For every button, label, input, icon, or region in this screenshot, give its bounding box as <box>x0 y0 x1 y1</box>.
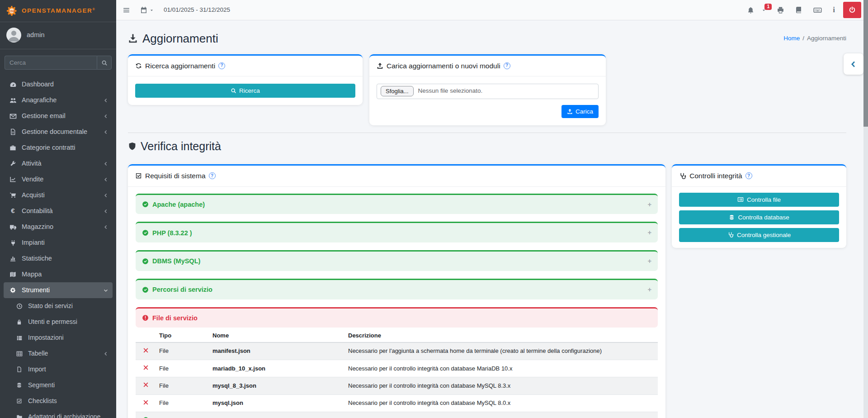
controlla-database-button[interactable]: Controlla database <box>679 210 839 224</box>
caret-down-icon <box>150 8 154 12</box>
book-icon <box>795 6 802 14</box>
plus-icon[interactable]: + <box>647 285 651 294</box>
calendar-button[interactable] <box>140 6 154 14</box>
folder-icon <box>14 414 24 418</box>
question-circle-icon[interactable]: ? <box>504 62 510 69</box>
upload-updates-body: Sfoglia... Nessun file selezionato. Cari… <box>369 76 606 125</box>
sidebar-item-categorie-contratti[interactable]: Categorie contratti <box>4 140 113 156</box>
sidebar-item-stato-dei-servizi[interactable]: Stato dei servizi <box>4 298 113 314</box>
sidebar-item-anagrafiche[interactable]: Anagrafiche <box>4 92 113 108</box>
section-divider <box>128 133 846 133</box>
shortcuts-button[interactable] <box>813 6 822 14</box>
check-dbms[interactable]: DBMS (MySQL) + <box>136 250 658 271</box>
controlla-file-button[interactable]: Controlla file <box>679 193 839 207</box>
sidebar-item-checklists[interactable]: Checklists <box>4 393 113 409</box>
integrity-row: Requisiti di sistema ? Apache (apache) +… <box>128 164 846 418</box>
envelope-icon <box>8 113 18 120</box>
notifications-button[interactable]: 1 <box>747 6 766 14</box>
printer-icon <box>777 6 784 14</box>
plus-icon[interactable]: + <box>647 228 651 237</box>
sidebar-item-mappa[interactable]: Mappa <box>4 266 113 282</box>
database-icon <box>729 214 735 220</box>
sidebar-item-acquisti[interactable]: Acquisti <box>4 187 113 203</box>
keyboard-icon <box>813 6 822 14</box>
browse-button[interactable]: Sfoglia... <box>381 86 414 96</box>
ricerca-button[interactable]: Ricerca <box>135 84 355 98</box>
search-input[interactable] <box>5 56 97 70</box>
plus-icon[interactable]: + <box>647 257 651 266</box>
sidebar-item-contabilita[interactable]: € Contabilità <box>4 203 113 219</box>
logout-button[interactable] <box>843 2 861 18</box>
widgets-panel-toggle[interactable] <box>844 53 863 75</box>
wrench-icon <box>8 160 18 167</box>
map-icon <box>8 271 18 278</box>
brand[interactable]: OSM OpenSTAManager® <box>0 0 116 22</box>
search-icon <box>231 88 236 94</box>
sidebar-item-dashboard[interactable]: Dashboard <box>4 76 113 92</box>
table-row: File manifest.json Necessario per l'aggi… <box>136 342 658 360</box>
file-input-placeholder: Nessun file selezionato. <box>418 87 483 95</box>
print-button[interactable] <box>777 6 784 14</box>
check-file-di-servizio[interactable]: File di servizio <box>136 307 658 328</box>
breadcrumb-home-link[interactable]: Home <box>783 35 800 42</box>
sidebar-item-import[interactable]: Import <box>4 361 113 377</box>
sidebar-item-strumenti[interactable]: Strumenti <box>4 282 113 298</box>
search-updates-card: Ricerca aggiornamenti ? Ricerca <box>128 54 363 105</box>
carica-button[interactable]: Carica <box>561 105 599 118</box>
check-apache[interactable]: Apache (apache) + <box>136 194 658 214</box>
check-circle-icon <box>142 229 149 236</box>
controlla-gestionale-button[interactable]: Controlla gestionale <box>679 228 839 242</box>
cart-icon <box>8 192 18 199</box>
sidebar-toggle-button[interactable] <box>123 6 130 14</box>
sidebar-item-gestione-documentale[interactable]: Gestione documentale <box>4 124 113 140</box>
check-php[interactable]: PHP (8.3.22 ) + <box>136 222 658 242</box>
chevron-left-icon <box>104 209 108 214</box>
breadcrumb-separator: / <box>802 35 804 42</box>
sidebar-item-magazzino[interactable]: Magazzino <box>4 219 113 235</box>
sidebar-item-attivita[interactable]: Attività <box>4 156 113 171</box>
question-circle-icon[interactable]: ? <box>745 172 752 179</box>
system-requirements-header: Requisiti di sistema ? <box>128 166 665 186</box>
clock-icon <box>14 303 24 309</box>
sidebar-item-gestione-email[interactable]: Gestione email <box>4 108 113 124</box>
sidebar-item-statistiche[interactable]: Statistiche <box>4 251 113 266</box>
bars-icon <box>123 6 130 14</box>
sidebar-item-tabelle[interactable]: Tabelle <box>4 346 113 361</box>
check-percorsi[interactable]: Percorsi di servizio + <box>136 279 658 299</box>
sidebar-item-impostazioni[interactable]: Impostazioni <box>4 330 113 346</box>
table-row <box>136 412 658 418</box>
plus-icon[interactable]: + <box>647 200 651 209</box>
gear-icon <box>8 287 18 294</box>
euro-icon: € <box>8 207 18 215</box>
chevron-left-icon <box>104 114 108 119</box>
question-circle-icon[interactable]: ? <box>218 62 225 69</box>
content: Aggiornamenti Home/Aggiornamenti Ricerca… <box>116 20 863 418</box>
scrollbar-thumb[interactable] <box>863 0 868 127</box>
sidebar-item-utenti-e-permessi[interactable]: Utenti e permessi <box>4 314 113 330</box>
notification-badge: 1 <box>764 4 772 10</box>
check-square-icon <box>135 172 142 179</box>
user-panel[interactable]: admin <box>0 22 116 49</box>
file-text-icon <box>8 128 18 135</box>
truck-icon <box>8 223 18 231</box>
date-range[interactable]: 01/01/2025 - 31/12/2025 <box>164 6 230 14</box>
search-button[interactable] <box>97 56 112 70</box>
sidebar-item-vendite[interactable]: Vendite <box>4 171 113 187</box>
sidebar-item-impianti[interactable]: Impianti <box>4 235 113 251</box>
upload-actions: Carica <box>377 105 599 118</box>
sidebar-item-segmenti[interactable]: Segmenti <box>4 377 113 393</box>
chevron-left-icon <box>104 225 108 229</box>
question-circle-icon[interactable]: ? <box>209 172 216 179</box>
sidebar-nav: Dashboard Anagrafiche Gestione email Ges… <box>0 74 116 418</box>
file-input[interactable]: Sfoglia... Nessun file selezionato. <box>377 84 599 99</box>
chevron-left-icon <box>850 61 857 68</box>
page-header: Aggiornamenti Home/Aggiornamenti <box>128 31 846 46</box>
sidebar-item-adattatori-di-archiviazione[interactable]: Adattatori di archiviazione <box>4 409 113 418</box>
chevron-left-icon <box>104 130 108 134</box>
upload-icon <box>567 109 573 114</box>
integrity-section-title: Verifica integrità <box>128 139 846 153</box>
download-icon <box>128 33 138 43</box>
chevron-left-icon <box>104 98 108 103</box>
docs-button[interactable] <box>795 6 802 14</box>
info-button[interactable]: i <box>833 5 835 14</box>
